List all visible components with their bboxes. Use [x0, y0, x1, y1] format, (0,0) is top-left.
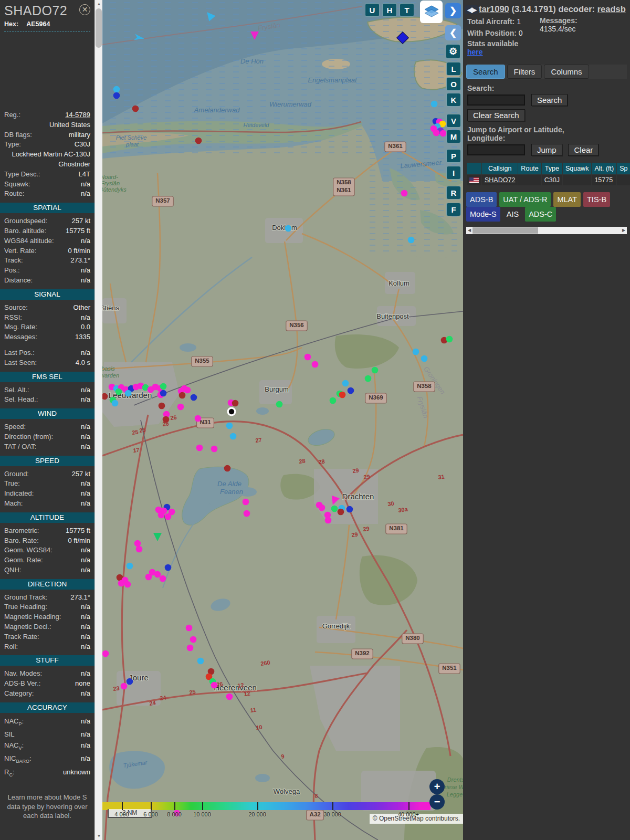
aircraft-dot[interactable] [285, 225, 292, 232]
aircraft-dot[interactable] [134, 540, 141, 547]
aircraft-dot[interactable] [113, 92, 120, 99]
aircraft-dot[interactable] [196, 445, 203, 452]
map-button-M[interactable]: M [446, 130, 461, 143]
aircraft-dot[interactable] [124, 581, 131, 588]
aircraft-dot[interactable] [401, 190, 408, 197]
aircraft-dot[interactable] [159, 403, 165, 410]
tab-columns[interactable]: Columns [544, 65, 589, 79]
aircraft-dot[interactable] [440, 130, 447, 137]
aircraft-dot[interactable] [145, 574, 152, 581]
aircraft-dot[interactable] [177, 404, 184, 411]
table-header-cell[interactable]: Alt. (ft) [592, 163, 616, 174]
filter-badge-ais[interactable]: AIS [503, 207, 522, 222]
jump-input[interactable] [467, 144, 525, 155]
scroll-up-icon[interactable]: ▲ [95, 0, 103, 8]
map-button-I[interactable]: I [446, 166, 461, 180]
aircraft-dot[interactable] [413, 349, 419, 355]
aircraft-dot[interactable] [232, 400, 239, 407]
aircraft-dot[interactable] [154, 571, 161, 578]
scroll-down-icon[interactable]: ▼ [95, 832, 103, 840]
gear-icon[interactable]: ⚙ [446, 44, 460, 59]
aircraft-dot[interactable] [244, 510, 250, 517]
table-horizontal-scrollbar[interactable]: ◀ ▶ [466, 227, 627, 234]
aircraft-dot[interactable] [163, 416, 170, 423]
aircraft-dot[interactable] [112, 400, 119, 407]
aircraft-dot[interactable] [116, 388, 122, 395]
aircraft-dot[interactable] [319, 505, 326, 511]
aircraft-dot[interactable] [243, 499, 249, 506]
table-header-cell[interactable] [467, 163, 481, 174]
aircraft-dot[interactable] [330, 397, 337, 404]
filter-badge-mlat[interactable]: MLAT [553, 192, 581, 207]
collapse-right-icon[interactable]: ❯ [445, 3, 461, 18]
search-input[interactable] [467, 94, 525, 106]
aircraft-dot[interactable] [179, 392, 186, 399]
table-row[interactable]: SHADO72C30J15775 [467, 175, 630, 185]
map-canvas[interactable]: FryslânDe HônEngelsmanplaatAmelanderwadW… [102, 0, 463, 840]
filter-badge-ads-b[interactable]: ADS-B [466, 192, 497, 207]
collapse-left-icon[interactable]: ❮ [445, 25, 461, 40]
aircraft-dot[interactable] [197, 658, 204, 665]
aircraft-dot[interactable] [127, 678, 133, 685]
scroll-left-icon[interactable]: ◀ [466, 227, 472, 234]
table-header-cell[interactable]: Sp [617, 163, 630, 174]
map-button-O[interactable]: O [446, 77, 461, 91]
sidebar-scrollbar[interactable]: ▲ ▼ [94, 0, 102, 840]
aircraft-dot[interactable] [226, 423, 233, 429]
search-button[interactable]: Search [531, 94, 568, 106]
map-button-L[interactable]: L [446, 62, 461, 76]
aircraft-dot[interactable] [342, 380, 349, 387]
aircraft-dot[interactable] [226, 694, 233, 700]
aircraft-dot[interactable] [187, 645, 194, 652]
filter-badge-ads-c[interactable]: ADS-C [525, 207, 556, 222]
zoom-out-button[interactable]: − [429, 794, 445, 810]
aircraft-dot[interactable] [136, 546, 143, 553]
map-button-U[interactable]: U [365, 3, 380, 17]
aircraft-dot[interactable] [339, 392, 346, 398]
aircraft-dot[interactable] [160, 575, 166, 582]
map-button-R[interactable]: R [446, 186, 461, 200]
stats-here-link[interactable]: here [467, 48, 483, 56]
aircraft-dot[interactable] [348, 387, 354, 394]
table-header-cell[interactable]: Squawk [563, 163, 591, 174]
tar1090-link[interactable]: tar1090 [479, 4, 509, 14]
hscrollbar-thumb[interactable] [472, 227, 538, 234]
readsb-link[interactable]: readsb [597, 4, 626, 14]
clear-search-button[interactable]: Clear Search [467, 109, 525, 121]
aircraft-dot[interactable] [160, 390, 167, 397]
aircraft-dot[interactable] [102, 650, 109, 657]
aircraft-dot[interactable] [365, 375, 372, 382]
filter-badge-tis-b[interactable]: TIS-B [583, 192, 610, 207]
aircraft-dot[interactable] [158, 512, 165, 519]
aircraft-dot[interactable] [446, 336, 453, 343]
aircraft-dot[interactable] [312, 361, 319, 368]
tab-filters[interactable]: Filters [507, 65, 542, 79]
aircraft-dot[interactable] [372, 367, 379, 374]
aircraft-dot[interactable] [224, 465, 231, 472]
aircraft-dot[interactable] [408, 237, 415, 244]
aircraft-dot[interactable] [433, 130, 440, 136]
aircraft-dot[interactable] [276, 401, 283, 408]
filter-badge-uat-ads-r[interactable]: UAT / ADS-R [499, 192, 551, 207]
aircraft-dot[interactable] [118, 580, 125, 587]
panel-collapse-icon[interactable]: ◀▶ [465, 5, 478, 14]
table-header-cell[interactable]: Type [542, 163, 562, 174]
map-button-P[interactable]: P [446, 149, 461, 163]
aircraft-dot[interactable] [127, 563, 133, 570]
aircraft-dot[interactable] [338, 509, 344, 516]
aircraft-dot[interactable] [431, 101, 438, 108]
tab-search[interactable]: Search [466, 65, 505, 79]
aircraft-dot[interactable] [132, 106, 139, 112]
detail-value[interactable]: 14-5789 [65, 110, 90, 120]
aircraft-dot[interactable] [165, 513, 172, 520]
callsign-cell[interactable]: SHADO72 [482, 175, 518, 185]
aircraft-dot[interactable] [421, 355, 428, 362]
jump-clear-button[interactable]: Clear [568, 144, 598, 156]
filter-badge-mode-s[interactable]: Mode-S [466, 207, 500, 222]
jump-button[interactable]: Jump [531, 144, 562, 156]
aircraft-dot[interactable] [190, 636, 197, 643]
close-icon[interactable]: ✕ [79, 4, 90, 15]
scrollbar-thumb[interactable] [96, 8, 102, 48]
scroll-right-icon[interactable]: ▶ [621, 227, 627, 234]
aircraft-dot[interactable] [195, 138, 202, 144]
